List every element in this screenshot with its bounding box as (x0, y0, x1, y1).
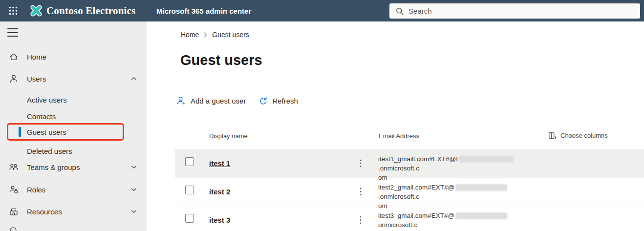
sidebar-item-home[interactable]: Home (0, 50, 147, 63)
sidebar-item-label: Deleted users (27, 147, 72, 155)
sidebar-item-deleted-users[interactable]: Deleted users (0, 144, 147, 158)
main-content: Home Guest users Guest users Add a guest… (147, 21, 644, 231)
left-nav: Home Users Active users Contacts Guest u… (0, 21, 147, 231)
chevron-down-icon (131, 188, 137, 191)
user-icon (8, 74, 20, 84)
sidebar-item-label: Contacts (27, 112, 56, 121)
chevron-down-icon (131, 165, 137, 169)
top-bar: Contoso Electronics Microsoft 365 admin … (0, 0, 644, 21)
email-prefix: itest1_gmaill.com#EXT#@I (378, 155, 458, 163)
row-more-actions-icon[interactable] (358, 159, 364, 168)
selected-indicator (19, 127, 21, 137)
choose-columns-icon (548, 131, 557, 140)
breadcrumb: Home Guest users (181, 31, 249, 39)
search-input[interactable]: Search (389, 3, 640, 19)
contoso-logo-icon (29, 4, 43, 18)
search-placeholder: Search (408, 7, 432, 15)
command-bar: Add a guest user Refresh (176, 93, 298, 108)
nav-collapse-button[interactable] (7, 28, 18, 37)
redacted-text-blur (455, 212, 507, 219)
product-title: Microsoft 365 admin center (156, 0, 251, 21)
sidebar-item-label: Roles (27, 186, 45, 194)
choose-columns-label: Choose columns (560, 132, 608, 139)
search-icon (396, 7, 404, 15)
email-prefix: itest3_gmail.com#EXT#@ (378, 212, 454, 219)
resources-icon (8, 207, 20, 216)
breadcrumb-home-link[interactable]: Home (181, 31, 199, 39)
row-checkbox[interactable] (185, 186, 194, 194)
display-name-link[interactable]: itest 2 (209, 188, 230, 196)
table-header-row: Display name Email Address Choose column… (175, 131, 644, 143)
breadcrumb-current: Guest users (212, 31, 249, 39)
tenant-brand[interactable]: Contoso Electronics (29, 0, 136, 21)
table-row[interactable]: itest 2 itest2_gmail.com#EXT#@.onmicroso… (175, 178, 644, 206)
chevron-up-icon (131, 77, 137, 81)
email-suffix: onmicrosoft.c (378, 221, 417, 229)
sidebar-item-guest-users[interactable]: Guest users (0, 124, 147, 140)
sidebar-item-contacts[interactable]: Contacts (0, 109, 147, 123)
sidebar-item-active-users[interactable]: Active users (0, 93, 147, 106)
row-checkbox[interactable] (185, 157, 194, 166)
add-guest-user-button[interactable]: Add a guest user (176, 96, 246, 105)
page-title: Guest users (180, 52, 262, 68)
waffle-icon (8, 6, 18, 16)
sidebar-item-label: Resources (27, 208, 62, 216)
refresh-label: Refresh (272, 97, 298, 105)
table-row[interactable]: itest 1 itest1_gmaill.com#EXT#@I.onmicro… (175, 149, 644, 178)
sidebar-item-users[interactable]: Users (0, 72, 147, 85)
brand-name: Contoso Electronics (46, 5, 136, 17)
sidebar-item-resources[interactable]: Resources (0, 205, 147, 218)
add-person-icon (176, 96, 186, 105)
refresh-button[interactable]: Refresh (258, 96, 298, 105)
sidebar-item-label: Active users (27, 96, 67, 104)
display-name-link[interactable]: itest 1 (209, 159, 230, 168)
app-window: Contoso Electronics Microsoft 365 admin … (0, 0, 644, 231)
email-suffix: .onmicrosoft.c (378, 193, 419, 200)
table-row[interactable]: itest 3 itest3_gmail.com#EXT#@onmicrosof… (175, 206, 644, 231)
commandbar-divider (173, 89, 610, 89)
column-header-email-address[interactable]: Email Address (379, 132, 419, 140)
guest-users-table: itest 1 itest1_gmaill.com#EXT#@I.onmicro… (175, 149, 644, 231)
add-guest-user-label: Add a guest user (191, 97, 246, 105)
email-prefix: itest2_gmail.com#EXT#@ (378, 184, 454, 191)
row-more-actions-icon[interactable] (358, 188, 364, 196)
display-name-link[interactable]: itest 3 (209, 216, 230, 224)
column-header-display-name[interactable]: Display name (209, 132, 248, 140)
chevron-down-icon (131, 210, 137, 213)
row-checkbox[interactable] (185, 214, 194, 223)
app-launcher-button[interactable] (6, 5, 20, 16)
row-more-actions-icon[interactable] (358, 216, 364, 224)
sidebar-item-teams-groups[interactable]: Teams & groups (0, 160, 147, 174)
sidebar-item-label: Teams & groups (27, 163, 80, 171)
sidebar-item-label: Home (27, 53, 46, 61)
sidebar-item-label: Guest users (27, 128, 66, 136)
redacted-text-blur (459, 156, 514, 163)
teams-groups-icon (8, 163, 20, 171)
roles-icon (8, 185, 20, 194)
choose-columns-button[interactable]: Choose columns (548, 131, 608, 140)
sidebar-item-roles[interactable]: Roles (0, 183, 147, 196)
redacted-text-blur (455, 184, 507, 191)
email-address-cell: itest3_gmail.com#EXT#@onmicrosoft.com (378, 211, 547, 231)
sidebar-item-label: Users (27, 75, 46, 83)
home-icon (8, 52, 20, 62)
breadcrumb-chevron-icon (204, 32, 207, 38)
partial-nav-item-icon (9, 227, 17, 231)
refresh-icon (258, 96, 268, 105)
email-suffix: .onmicrosoft.c (378, 165, 419, 172)
